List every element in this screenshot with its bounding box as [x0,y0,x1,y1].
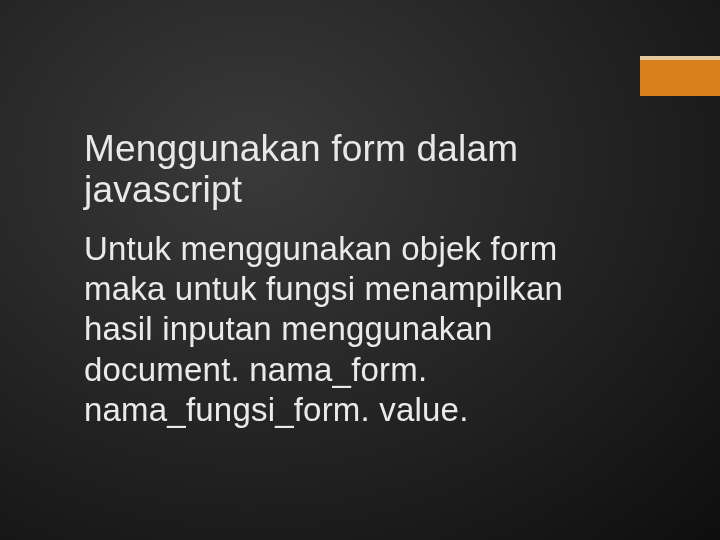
slide-content: Menggunakan form dalam javascript Untuk … [84,128,660,430]
slide-body: Untuk menggunakan objek form maka untuk … [84,229,624,430]
slide: Menggunakan form dalam javascript Untuk … [0,0,720,540]
slide-title: Menggunakan form dalam javascript [84,128,660,211]
accent-bar [640,56,720,96]
